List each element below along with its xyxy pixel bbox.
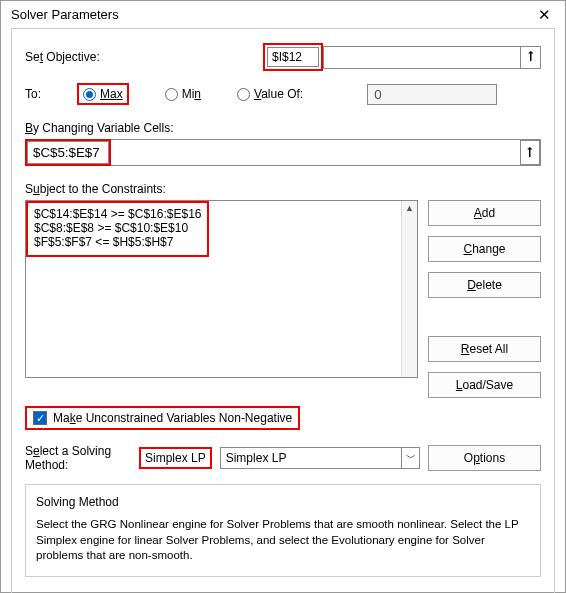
constraints-label: Subject to the Constraints: [25, 182, 541, 196]
constraint-line[interactable]: $F$5:$F$7 <= $H$5:$H$7 [34, 235, 201, 249]
valueof-input[interactable] [367, 84, 497, 105]
scrollbar[interactable]: ▲ [401, 201, 417, 377]
changing-cells-input-ext[interactable] [111, 140, 520, 165]
radio-icon [237, 88, 250, 101]
checkbox-icon: ✓ [33, 411, 47, 425]
options-button[interactable]: Options [428, 445, 541, 471]
constraint-line[interactable]: $C$8:$E$8 >= $C$10:$E$10 [34, 221, 201, 235]
set-objective-label: Set Objective: [25, 50, 255, 64]
radio-icon [83, 88, 96, 101]
load-save-button[interactable]: Load/Save [428, 372, 541, 398]
info-title: Solving Method [36, 495, 530, 509]
constraints-listbox[interactable]: $C$14:$E$14 >= $C$16:$E$16 $C$8:$E$8 >= … [25, 200, 418, 378]
changing-cells-input[interactable] [27, 141, 109, 164]
method-value-highlighted: Simplex LP [145, 451, 206, 465]
add-button[interactable]: Add [428, 200, 541, 226]
radio-max[interactable]: Max [77, 83, 129, 105]
delete-button[interactable]: Delete [428, 272, 541, 298]
info-text: Select the GRG Nonlinear engine for Solv… [36, 517, 530, 564]
range-picker-icon[interactable]: 🠕 [520, 47, 540, 68]
method-label: Select a Solving Method: [25, 444, 131, 472]
method-select[interactable]: Simplex LP ﹀ [220, 447, 420, 469]
objective-input[interactable] [267, 47, 319, 67]
scroll-up-icon[interactable]: ▲ [402, 201, 417, 215]
objective-input-ext[interactable] [324, 47, 520, 68]
radio-min-label: Min [182, 87, 201, 101]
to-label: To: [25, 87, 77, 101]
constraint-line[interactable]: $C$14:$E$14 >= $C$16:$E$16 [34, 207, 201, 221]
radio-icon [165, 88, 178, 101]
radio-valueof[interactable]: Value Of: [237, 87, 303, 101]
changing-cells-label: By Changing Variable Cells: [25, 121, 541, 135]
non-negative-checkbox[interactable]: ✓ Make Unconstrained Variables Non-Negat… [25, 406, 300, 430]
reset-all-button[interactable]: Reset All [428, 336, 541, 362]
solving-method-info: Solving Method Select the GRG Nonlinear … [25, 484, 541, 577]
close-icon[interactable]: ✕ [534, 7, 555, 22]
radio-min[interactable]: Min [165, 87, 201, 101]
radio-max-label: Max [100, 87, 123, 101]
chevron-down-icon[interactable]: ﹀ [401, 448, 419, 468]
radio-valueof-label: Value Of: [254, 87, 303, 101]
range-picker-icon[interactable]: 🠕 [520, 140, 540, 165]
method-select-text: Simplex LP [221, 448, 401, 468]
window-title: Solver Parameters [11, 7, 119, 22]
non-negative-label: Make Unconstrained Variables Non-Negativ… [53, 411, 292, 425]
change-button[interactable]: Change [428, 236, 541, 262]
